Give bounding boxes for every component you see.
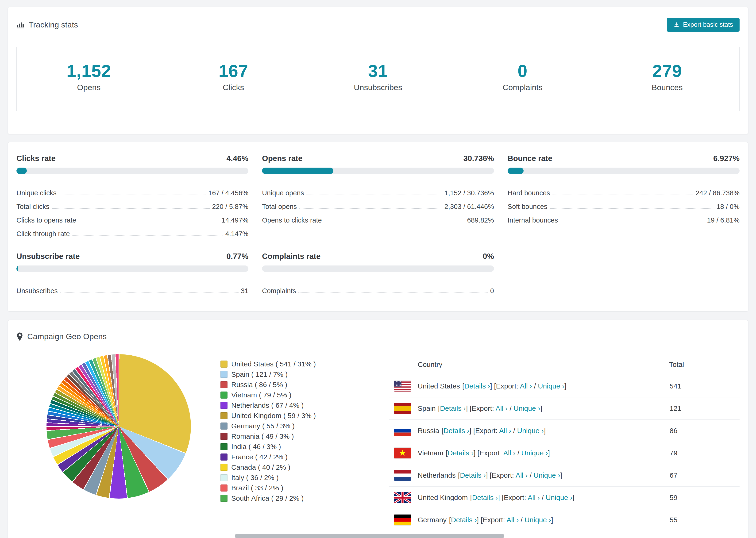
rate-row-label: Unique clicks [17, 189, 57, 197]
geo-opens-title-text: Campaign Geo Opens [27, 332, 107, 341]
progress-fill [262, 168, 333, 174]
details-link[interactable]: Details › [460, 471, 486, 479]
rate-row-value: 14.497% [222, 216, 249, 224]
geo-opens-title: Campaign Geo Opens [17, 332, 739, 341]
details-link[interactable]: Details › [444, 427, 469, 435]
row-total: 55 [669, 509, 739, 531]
legend-label: Russia ( 86 / 5% ) [231, 381, 287, 389]
export-unique-link[interactable]: Unique › [534, 471, 560, 479]
export-all-link[interactable]: All › [515, 471, 528, 479]
legend-item: Russia ( 86 / 5% ) [220, 380, 333, 390]
stat-value: 279 [595, 62, 739, 81]
rate-row-label: Complaints [262, 287, 296, 295]
rate-row: Unsubscribes31 [17, 281, 248, 295]
rate-rows: Complaints0 [262, 281, 494, 295]
geo-table-row: United Kingdom[Details ›] [Export: All ›… [389, 487, 739, 509]
export-unique-link[interactable]: Unique › [538, 382, 565, 390]
export-all-link[interactable]: All › [503, 449, 515, 457]
tracking-stats-card: Tracking stats Export basic stats 1,152O… [8, 7, 748, 134]
progress-fill [508, 168, 523, 174]
rate-row: Soft bounces18 / 0% [508, 197, 739, 211]
rate-section-opens: Opens rate 30.736% Unique opens1,152 / 3… [262, 154, 494, 238]
export-all-link[interactable]: All › [507, 516, 519, 524]
complaints-rate-progress [262, 265, 494, 272]
clicks-rate-progress [17, 168, 248, 174]
legend-item: South Africa ( 29 / 2% ) [220, 493, 333, 504]
stat-label: Opens [17, 83, 161, 92]
dotted-leader [324, 222, 465, 222]
row-links: [Details ›] [Export: All › / Unique ›] [462, 382, 567, 390]
legend-label: Brazil ( 33 / 2% ) [231, 484, 283, 492]
rate-row-label: Opens to clicks rate [262, 216, 322, 224]
legend-label: Italy ( 36 / 2% ) [231, 474, 279, 482]
legend-item: Italy ( 36 / 2% ) [220, 472, 333, 483]
export-unique-link[interactable]: Unique › [517, 427, 544, 435]
stats-summary-row: 1,152Opens167Clicks31Unsubscribes0Compla… [17, 47, 739, 111]
legend-swatch-icon [220, 422, 228, 430]
flag-us-icon [394, 381, 411, 392]
rate-row-label: Internal bounces [508, 216, 558, 224]
geo-table-row: United States[Details ›] [Export: All › … [389, 375, 739, 398]
location-pin-icon [17, 332, 23, 341]
rate-title: Unsubscribe rate [17, 252, 80, 261]
rate-rows: Hard bounces242 / 86.738%Soft bounces18 … [508, 183, 739, 224]
row-total: 121 [669, 398, 739, 420]
dotted-leader [306, 194, 442, 195]
stat-value: 0 [450, 62, 595, 81]
stat-box-complaints: 0Complaints [450, 47, 595, 111]
legend-item: Germany ( 55 / 3% ) [220, 421, 333, 431]
rate-row-value: 167 / 4.456% [208, 189, 248, 197]
export-basic-stats-button[interactable]: Export basic stats [667, 18, 739, 32]
bounce-rate-progress [508, 168, 739, 174]
legend-label: South Africa ( 29 / 2% ) [231, 494, 303, 502]
row-links: [Details ›] [Export: All › / Unique ›] [449, 516, 553, 524]
rate-title: Complaints rate [262, 252, 320, 261]
rate-row-label: Click through rate [17, 230, 70, 238]
export-all-link[interactable]: All › [520, 382, 532, 390]
legend-item: United Kingdom ( 59 / 3% ) [220, 410, 333, 421]
geo-table-row: Russia[Details ›] [Export: All › / Uniqu… [389, 420, 739, 442]
geo-table-row: Vietnam[Details ›] [Export: All › / Uniq… [389, 442, 739, 464]
export-unique-link[interactable]: Unique › [521, 449, 548, 457]
legend-swatch-icon [220, 443, 228, 450]
export-all-link[interactable]: All › [528, 494, 540, 501]
legend-item: Netherlands ( 67 / 4% ) [220, 400, 333, 410]
export-all-link[interactable]: All › [499, 427, 512, 435]
rate-row-label: Hard bounces [508, 189, 550, 197]
legend-swatch-icon [220, 371, 228, 378]
rate-head: Opens rate 30.736% [262, 154, 494, 163]
export-unique-link[interactable]: Unique › [546, 494, 572, 501]
details-link[interactable]: Details › [464, 382, 490, 390]
rate-row: Complaints0 [262, 281, 494, 295]
details-link[interactable]: Details › [448, 449, 473, 457]
geo-table-row: Germany[Details ›] [Export: All › / Uniq… [389, 509, 739, 531]
rate-row-value: 220 / 5.87% [212, 203, 248, 211]
rate-head: Bounce rate 6.927% [508, 154, 739, 163]
dotted-leader [59, 194, 206, 195]
country-name: Germany [418, 516, 447, 524]
rate-rows: Unique opens1,152 / 30.736%Total opens2,… [262, 183, 494, 224]
export-unique-link[interactable]: Unique › [514, 404, 540, 412]
progress-fill [17, 168, 27, 174]
flag-ru-icon [394, 425, 411, 436]
legend-label: Spain ( 121 / 7% ) [231, 370, 288, 378]
progress-fill [17, 265, 18, 272]
rate-section-bounce: Bounce rate 6.927% Hard bounces242 / 86.… [508, 154, 739, 238]
rate-title: Bounce rate [508, 154, 553, 163]
dotted-leader [299, 208, 442, 209]
export-unique-link[interactable]: Unique › [524, 516, 551, 524]
flag-nl-icon [394, 470, 411, 481]
rate-head: Clicks rate 4.46% [17, 154, 248, 163]
rate-row-label: Soft bounces [508, 203, 547, 211]
row-total: 541 [669, 375, 739, 398]
legend-label: Vietnam ( 79 / 5% ) [231, 391, 291, 399]
export-all-link[interactable]: All › [496, 404, 508, 412]
row-links: [Details ›] [Export: All › / Unique ›] [458, 471, 562, 479]
horizontal-scrollbar-thumb[interactable] [235, 534, 504, 538]
details-link[interactable]: Details › [451, 516, 477, 524]
details-link[interactable]: Details › [440, 404, 466, 412]
row-links: [Details ›] [Export: All › / Unique ›] [438, 404, 542, 412]
details-link[interactable]: Details › [472, 494, 498, 501]
legend-label: Netherlands ( 67 / 4% ) [231, 402, 303, 409]
rate-row: Unique opens1,152 / 30.736% [262, 183, 494, 197]
